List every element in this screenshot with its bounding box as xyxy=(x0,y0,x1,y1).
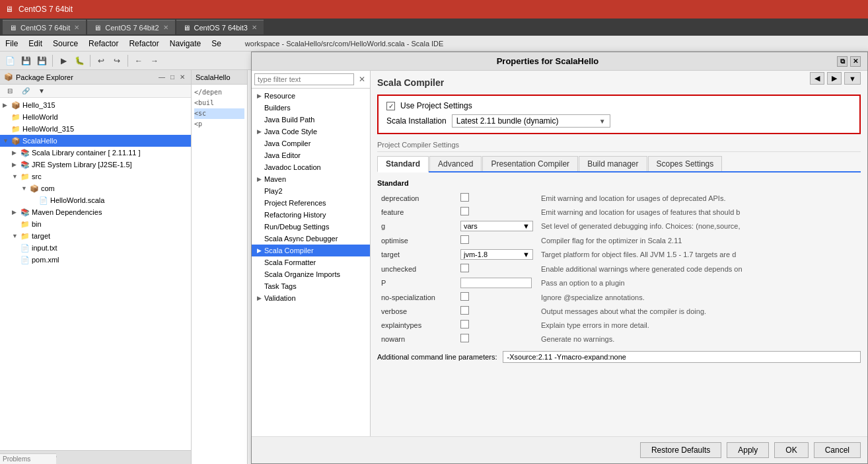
nav-refactoring[interactable]: ▶ Refactoring History xyxy=(252,209,370,221)
link-editor-btn[interactable]: 🔗 xyxy=(18,84,33,98)
nav-resource[interactable]: ▶ Resource xyxy=(252,90,370,102)
nav-back-btn[interactable]: ◀ xyxy=(810,72,824,85)
run-btn[interactable]: ▶ xyxy=(56,54,71,68)
nospec-checkbox[interactable] xyxy=(460,292,469,301)
nav-play2[interactable]: ▶ Play2 xyxy=(252,185,370,197)
tab-scopes[interactable]: Scopes Settings xyxy=(648,156,723,171)
nav-java-compiler[interactable]: ▶ Java Compiler xyxy=(252,137,370,149)
menu-edit[interactable]: Edit xyxy=(28,39,42,48)
nav-builders[interactable]: ▶ Builders xyxy=(252,102,370,114)
nav-javadoc[interactable]: ▶ Javadoc Location xyxy=(252,161,370,173)
menu-refactor2[interactable]: Refactor xyxy=(129,39,159,48)
tab-presentation[interactable]: Presentation Compiler xyxy=(482,156,578,171)
properties-dialog: Properties for ScalaHello ⧉ ✕ ◀ ▶ ▼ ✕ ▶ … xyxy=(251,52,868,464)
tab-advanced[interactable]: Advanced xyxy=(429,156,482,171)
menu-se[interactable]: Se xyxy=(211,39,221,48)
explaintypes-checkbox[interactable] xyxy=(460,320,469,329)
editor-content[interactable]: </depen <buil <sc <p xyxy=(192,85,247,132)
tree-arrow: ▶ xyxy=(12,209,18,215)
tree-item-scala-lib[interactable]: ▶ 📚 Scala Library container [ 2.11.11 ] xyxy=(0,147,191,159)
tree-item-maven-deps[interactable]: ▶ 📚 Maven Dependencies xyxy=(0,206,191,218)
menu-file[interactable]: File xyxy=(5,39,18,48)
scala-installation-dropdown[interactable]: Latest 2.11 bundle (dynamic) ▼ xyxy=(452,114,610,128)
nav-run-debug[interactable]: ▶ Run/Debug Settings xyxy=(252,221,370,233)
nav-maven[interactable]: ▶ Maven xyxy=(252,173,370,185)
use-project-checkbox[interactable] xyxy=(386,102,395,110)
tab-close3[interactable]: ✕ xyxy=(252,24,257,31)
tree-item-jre[interactable]: ▶ 📚 JRE System Library [J2SE-1.5] xyxy=(0,159,191,171)
forward-btn[interactable]: → xyxy=(147,54,162,68)
view-menu-btn[interactable]: ▼ xyxy=(34,84,49,98)
nav-scala-async[interactable]: ▶ Scala Async Debugger xyxy=(252,233,370,245)
tree-item-scalahello[interactable]: ▼ 📦 ScalaHello xyxy=(0,135,191,147)
nav-java-build-path[interactable]: ▶ Java Build Path xyxy=(252,114,370,126)
redo-btn[interactable]: ↪ xyxy=(110,54,124,68)
save-all-btn[interactable]: 💾 xyxy=(34,54,49,68)
restore-defaults-btn[interactable]: Restore Defaults xyxy=(640,442,721,458)
tab-build-manager[interactable]: Build manager xyxy=(579,156,647,171)
nav-validation[interactable]: ▶ Validation xyxy=(252,292,370,304)
nav-forward-btn[interactable]: ▶ xyxy=(827,72,842,85)
dialog-restore-btn[interactable]: ⧉ xyxy=(837,56,848,67)
tab-label2: CentOS 7 64bit2 xyxy=(105,24,159,32)
tab-centos3[interactable]: 🖥 CentOS 7 64bit3 ✕ xyxy=(176,20,264,34)
back-btn[interactable]: ← xyxy=(131,54,146,68)
cancel-btn[interactable]: Cancel xyxy=(814,442,861,458)
undo-btn[interactable]: ↩ xyxy=(94,54,108,68)
unchecked-checkbox[interactable] xyxy=(460,264,469,272)
close-panel-btn[interactable]: ✕ xyxy=(178,73,187,81)
code-line-2: <buil xyxy=(194,98,244,108)
nav-scala-compiler[interactable]: ▶ Scala Compiler xyxy=(252,245,370,256)
tab-close[interactable]: ✕ xyxy=(74,24,79,31)
tree-item-com[interactable]: ▼ 📦 com xyxy=(0,182,191,194)
optimise-checkbox[interactable] xyxy=(460,235,469,244)
nav-java-code-style[interactable]: ▶ Java Code Style xyxy=(252,126,370,137)
tab-centos2[interactable]: 🖥 CentOS 7 64bit2 ✕ xyxy=(87,20,174,34)
collapse-all-btn[interactable]: ⊟ xyxy=(3,84,17,98)
tree-item-hello315[interactable]: ▶ 📦 Hello_315 xyxy=(0,99,191,111)
nav-project-refs[interactable]: ▶ Project References xyxy=(252,197,370,209)
menu-navigate[interactable]: Navigate xyxy=(170,39,201,48)
nav-scala-formatter[interactable]: ▶ Scala Formatter xyxy=(252,256,370,268)
debug-btn[interactable]: 🐛 xyxy=(72,54,87,68)
save-btn[interactable]: 💾 xyxy=(18,54,33,68)
p-input[interactable] xyxy=(460,278,532,288)
nav-scala-organize[interactable]: ▶ Scala Organize Imports xyxy=(252,268,370,280)
nav-task-tags[interactable]: ▶ Task Tags xyxy=(252,280,370,292)
tree-item-inputtxt[interactable]: ▶ 📄 input.txt xyxy=(0,242,191,254)
tree-item-bin[interactable]: ▶ 📁 bin xyxy=(0,218,191,230)
feature-checkbox[interactable] xyxy=(460,207,469,215)
filter-clear-btn[interactable]: ✕ xyxy=(357,74,367,85)
tree-item-helloworldscala[interactable]: ▶ 📄 HelloWorld.scala xyxy=(0,194,191,206)
new-btn[interactable]: 📄 xyxy=(3,54,17,68)
filter-input[interactable] xyxy=(254,73,354,85)
additional-params-input[interactable] xyxy=(503,351,861,363)
tab-centos1[interactable]: 🖥 CentOS 7 64bit ✕ xyxy=(3,20,86,34)
dialog-controls: ⧉ ✕ xyxy=(837,56,861,67)
menu-refactor1[interactable]: Refactor xyxy=(89,39,118,48)
nav-dropdown-btn[interactable]: ▼ xyxy=(844,72,861,85)
apply-btn[interactable]: Apply xyxy=(727,442,769,458)
maximize-btn[interactable]: □ xyxy=(168,73,176,81)
tree-label: bin xyxy=(32,220,42,228)
minimize-btn[interactable]: — xyxy=(157,73,167,81)
tree-item-helloworld315[interactable]: ▶ 📁 HelloWorld_315 xyxy=(0,123,191,135)
tab-standard[interactable]: Standard xyxy=(377,156,429,173)
compiler-tabs-bar: Standard Advanced Presentation Compiler … xyxy=(377,156,861,173)
g-dropdown[interactable]: vars ▼ xyxy=(460,221,533,231)
dialog-close-btn[interactable]: ✕ xyxy=(850,56,861,67)
verbose-checkbox[interactable] xyxy=(460,306,469,315)
target-dropdown[interactable]: jvm-1.8 ▼ xyxy=(460,249,533,260)
tree-item-pomxml[interactable]: ▶ 📄 pom.xml xyxy=(0,254,191,266)
tree-item-target[interactable]: ▼ 📁 target xyxy=(0,230,191,242)
use-project-label: Use Project Settings xyxy=(400,101,472,110)
tree-item-helloworld[interactable]: ▶ 📁 HelloWorld xyxy=(0,111,191,123)
nowarn-checkbox[interactable] xyxy=(460,334,469,342)
tree-item-src[interactable]: ▼ 📁 src xyxy=(0,171,191,182)
nav-java-editor[interactable]: ▶ Java Editor xyxy=(252,149,370,161)
tab-close2[interactable]: ✕ xyxy=(163,24,168,31)
ok-btn[interactable]: OK xyxy=(774,442,808,458)
deprecation-checkbox[interactable] xyxy=(460,193,469,202)
tab-label: CentOS 7 64bit xyxy=(20,24,70,32)
menu-source[interactable]: Source xyxy=(53,39,78,48)
